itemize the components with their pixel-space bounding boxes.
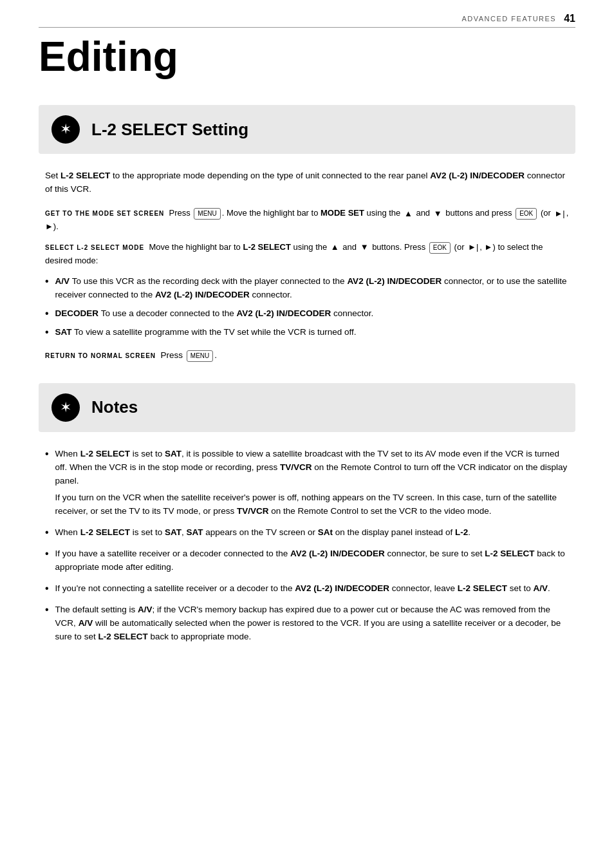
bullet-item-av: A/V To use this VCR as the recording dec… <box>45 275 569 302</box>
skip-icon1: ►| <box>554 207 564 220</box>
note-item-1: When L-2 SELECT is set to SAT, it is pos… <box>45 448 569 519</box>
eok-button-icon2: EOK <box>429 242 451 254</box>
header-section-label: ADVANCED FEATURES <box>461 15 556 23</box>
step1-label: Get to the Mode Set Screen <box>45 210 164 217</box>
page-number: 41 <box>564 13 575 24</box>
step1-instruction: Get to the Mode Set Screen Press MENU. M… <box>45 207 569 233</box>
section1-header-box: ✶ L-2 SELECT Setting <box>39 105 575 154</box>
note-item-2: When L-2 SELECT is set to SAT, SAT appea… <box>45 526 569 540</box>
bullet-item-decoder: DECODER To use a decoder connected to th… <box>45 307 569 321</box>
menu-button-icon2: MENU <box>187 350 213 362</box>
section1-bullet-list: A/V To use this VCR as the recording dec… <box>45 275 569 339</box>
menu-button-icon: MENU <box>194 208 220 220</box>
notes-bullet-list: When L-2 SELECT is set to SAT, it is pos… <box>45 448 569 644</box>
note-item-4: If you're not connecting a satellite rec… <box>45 582 569 596</box>
note-item-5: The default setting is A/V; if the VCR's… <box>45 603 569 644</box>
page-title: Editing <box>39 34 575 79</box>
eok-button-icon1: EOK <box>516 208 537 220</box>
up-arrow-icon2: ▲ <box>331 241 339 254</box>
section1-content: Set L-2 SELECT to the appropriate mode d… <box>39 169 575 362</box>
page-header: ADVANCED FEATURES 41 <box>39 13 575 28</box>
bullet-item-sat: SAT To view a satellite programme with t… <box>45 326 569 339</box>
section1-intro: Set L-2 SELECT to the appropriate mode d… <box>45 169 569 196</box>
step2-label: Select L-2 Select Mode <box>45 244 144 251</box>
star-icon: ✶ <box>60 122 71 137</box>
note-item-3: If you have a satellite receiver or a de… <box>45 547 569 574</box>
up-arrow-icon: ▲ <box>404 207 413 220</box>
return-to-normal: Return to Normal Screen Press MENU. <box>45 349 569 362</box>
page-container: ADVANCED FEATURES 41 Editing ✶ L-2 SELEC… <box>0 0 614 868</box>
return-label: Return to Normal Screen <box>45 352 156 359</box>
section1-icon: ✶ <box>51 115 80 144</box>
step2-instruction: Select L-2 Select Mode Move the highligh… <box>45 241 569 267</box>
star-icon2: ✶ <box>60 401 71 415</box>
notes-content: When L-2 SELECT is set to SAT, it is pos… <box>39 448 575 644</box>
down-arrow-icon2: ▼ <box>360 241 369 254</box>
section2-title: Notes <box>91 397 138 417</box>
section2-header-box: ✶ Notes <box>39 383 575 432</box>
down-arrow-icon: ▼ <box>434 207 442 220</box>
skip-icon2: ►| <box>468 241 478 254</box>
section1-title: L-2 SELECT Setting <box>91 120 248 140</box>
section2-icon: ✶ <box>51 393 80 422</box>
